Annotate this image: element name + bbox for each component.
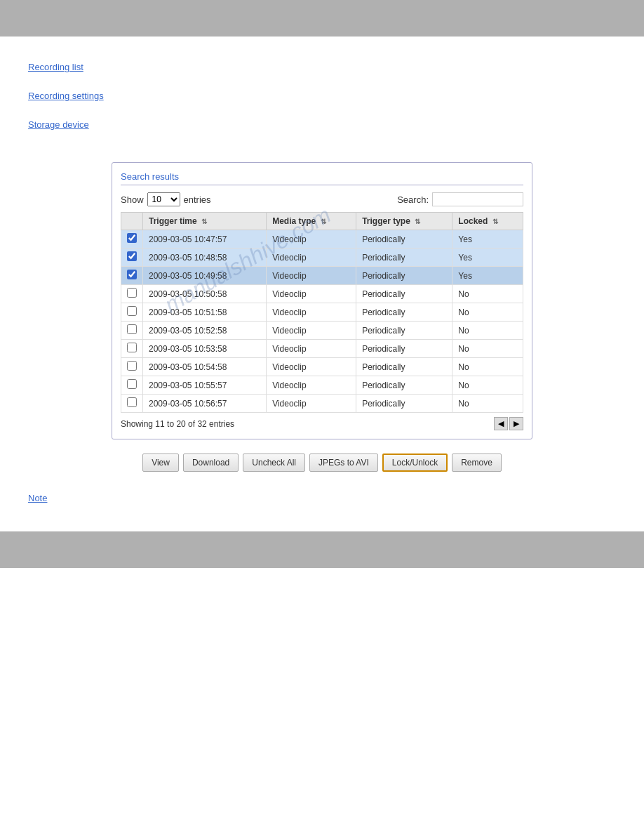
table-row: 2009-03-05 10:52:58VideoclipPeriodically… xyxy=(121,322,523,340)
row-checkbox-cell xyxy=(121,395,143,413)
action-buttons: View Download Uncheck All JPEGs to AVI L… xyxy=(28,454,616,472)
cell-media-type: Videoclip xyxy=(267,395,356,413)
page-content: Recording list Recording settings Storag… xyxy=(0,37,644,517)
table-body: 2009-03-05 10:47:57VideoclipPeriodically… xyxy=(121,230,523,413)
col-checkbox xyxy=(121,213,143,230)
row-checkbox[interactable] xyxy=(127,270,137,279)
show-label: Show xyxy=(121,194,144,205)
table-row: 2009-03-05 10:55:57VideoclipPeriodically… xyxy=(121,376,523,395)
row-checkbox-cell xyxy=(121,230,143,249)
remove-button[interactable]: Remove xyxy=(452,454,502,472)
cell-media-type: Videoclip xyxy=(267,267,356,285)
col-trigger-time[interactable]: Trigger time ⇅ xyxy=(143,213,267,230)
cell-trigger-type: Periodically xyxy=(356,340,452,358)
lock-unlock-button[interactable]: Lock/Unlock xyxy=(382,454,448,472)
show-entries-row: Show 10 25 50 100 entries Search: xyxy=(121,192,523,206)
cell-locked: Yes xyxy=(452,249,523,267)
cell-media-type: Videoclip xyxy=(267,358,356,376)
sort-trigger-time-icon[interactable]: ⇅ xyxy=(201,218,207,225)
row-checkbox-cell xyxy=(121,376,143,395)
link-recording-settings[interactable]: Recording settings xyxy=(28,91,104,101)
prev-page-button[interactable]: ◀ xyxy=(494,417,508,430)
sort-trigger-type-icon[interactable]: ⇅ xyxy=(415,218,420,225)
row-checkbox[interactable] xyxy=(127,233,137,243)
cell-trigger-time: 2009-03-05 10:50:58 xyxy=(143,285,267,303)
row-checkbox[interactable] xyxy=(127,306,137,316)
cell-locked: No xyxy=(452,322,523,340)
header-bar xyxy=(0,0,644,37)
search-label: Search: xyxy=(397,194,429,205)
row-checkbox[interactable] xyxy=(127,397,137,407)
cell-media-type: Videoclip xyxy=(267,285,356,303)
row-checkbox[interactable] xyxy=(127,324,137,334)
cell-trigger-time: 2009-03-05 10:53:58 xyxy=(143,340,267,358)
entries-label: entries xyxy=(184,194,211,205)
show-entries-left: Show 10 25 50 100 entries xyxy=(121,192,211,206)
cell-trigger-type: Periodically xyxy=(356,376,452,395)
download-button[interactable]: Download xyxy=(183,454,239,472)
jpegs-to-avi-button[interactable]: JPEGs to AVI xyxy=(309,454,378,472)
table-header-row: Trigger time ⇅ Media type ⇅ Trigger type… xyxy=(121,213,523,230)
cell-locked: Yes xyxy=(452,267,523,285)
cell-trigger-type: Periodically xyxy=(356,395,452,413)
table-row: 2009-03-05 10:48:58VideoclipPeriodically… xyxy=(121,249,523,267)
nav-arrows: ◀ ▶ xyxy=(494,417,523,430)
row-checkbox-cell xyxy=(121,267,143,285)
cell-trigger-type: Periodically xyxy=(356,249,452,267)
cell-media-type: Videoclip xyxy=(267,376,356,395)
cell-locked: No xyxy=(452,395,523,413)
row-checkbox[interactable] xyxy=(127,379,137,389)
cell-locked: No xyxy=(452,340,523,358)
uncheck-all-button[interactable]: Uncheck All xyxy=(243,454,305,472)
sort-locked-icon[interactable]: ⇅ xyxy=(492,218,498,225)
note-container: Note xyxy=(28,493,616,503)
cell-locked: No xyxy=(452,376,523,395)
cell-trigger-time: 2009-03-05 10:56:57 xyxy=(143,395,267,413)
link-storage-device[interactable]: Storage device xyxy=(28,119,89,130)
cell-media-type: Videoclip xyxy=(267,340,356,358)
row-checkbox-cell xyxy=(121,322,143,340)
search-input[interactable] xyxy=(432,192,523,206)
col-media-type[interactable]: Media type ⇅ xyxy=(267,213,356,230)
next-page-button[interactable]: ▶ xyxy=(509,417,523,430)
view-button[interactable]: View xyxy=(142,454,179,472)
row-checkbox[interactable] xyxy=(127,343,137,352)
cell-media-type: Videoclip xyxy=(267,249,356,267)
search-results-title: Search results xyxy=(121,171,523,185)
cell-media-type: Videoclip xyxy=(267,322,356,340)
cell-trigger-time: 2009-03-05 10:51:58 xyxy=(143,303,267,322)
table-row: 2009-03-05 10:47:57VideoclipPeriodically… xyxy=(121,230,523,249)
table-row: 2009-03-05 10:49:58VideoclipPeriodically… xyxy=(121,267,523,285)
row-checkbox-cell xyxy=(121,285,143,303)
row-checkbox-cell xyxy=(121,249,143,267)
cell-trigger-time: 2009-03-05 10:47:57 xyxy=(143,230,267,249)
cell-trigger-time: 2009-03-05 10:54:58 xyxy=(143,358,267,376)
cell-trigger-type: Periodically xyxy=(356,358,452,376)
col-trigger-type[interactable]: Trigger type ⇅ xyxy=(356,213,452,230)
cell-locked: No xyxy=(452,285,523,303)
cell-locked: Yes xyxy=(452,230,523,249)
cell-media-type: Videoclip xyxy=(267,230,356,249)
cell-trigger-time: 2009-03-05 10:55:57 xyxy=(143,376,267,395)
link-recording-list[interactable]: Recording list xyxy=(28,62,83,72)
table-row: 2009-03-05 10:54:58VideoclipPeriodically… xyxy=(121,358,523,376)
search-right: Search: xyxy=(397,192,523,206)
entries-select[interactable]: 10 25 50 100 xyxy=(147,192,180,206)
footer-bar xyxy=(0,531,644,568)
cell-trigger-type: Periodically xyxy=(356,230,452,249)
cell-trigger-type: Periodically xyxy=(356,322,452,340)
note-link[interactable]: Note xyxy=(28,493,47,503)
table-row: 2009-03-05 10:56:57VideoclipPeriodically… xyxy=(121,395,523,413)
cell-trigger-time: 2009-03-05 10:52:58 xyxy=(143,322,267,340)
cell-trigger-time: 2009-03-05 10:48:58 xyxy=(143,249,267,267)
row-checkbox[interactable] xyxy=(127,288,137,298)
col-locked[interactable]: Locked ⇅ xyxy=(452,213,523,230)
sort-media-type-icon[interactable]: ⇅ xyxy=(321,218,326,225)
cell-media-type: Videoclip xyxy=(267,303,356,322)
cell-trigger-type: Periodically xyxy=(356,303,452,322)
showing-text: Showing 11 to 20 of 32 entries xyxy=(121,419,234,429)
row-checkbox[interactable] xyxy=(127,361,137,371)
search-results-box: manualshhive.com Search results Show 10 … xyxy=(112,162,532,439)
row-checkbox[interactable] xyxy=(127,251,137,261)
cell-locked: No xyxy=(452,358,523,376)
